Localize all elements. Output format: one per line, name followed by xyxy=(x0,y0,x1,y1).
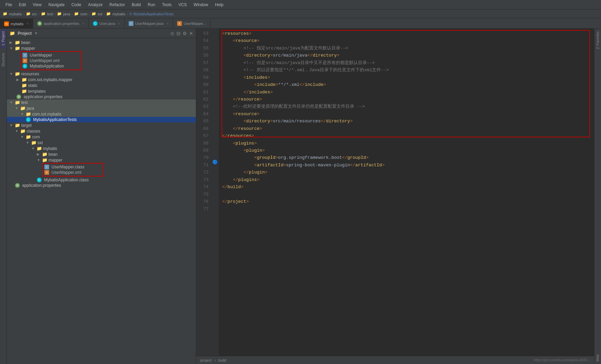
sidebar-label-project[interactable]: 1: Project xyxy=(1,29,6,48)
tree-item-bean2[interactable]: ▶ 📁 bean xyxy=(7,151,196,157)
tab-props-close[interactable]: × xyxy=(82,22,84,26)
code-line-60: ____________<include>**/*.xml</include> xyxy=(222,81,591,88)
folder-mybatis2-icon: 📁 xyxy=(37,146,42,151)
panel-dropdown[interactable]: ▼ xyxy=(34,31,38,35)
menu-refactor[interactable]: Refactor xyxy=(107,2,128,8)
menu-tools[interactable]: Tools xyxy=(159,2,174,8)
code-content[interactable]: <resources> ____<resource> ________<!-- … xyxy=(219,29,594,356)
tree-item-mapper2[interactable]: ▼ 📁 mapper xyxy=(7,157,196,163)
folder-bean2-icon: 📁 xyxy=(42,152,47,157)
tree-item-com-sxt-mybatis[interactable]: ▼ 📁 com.sxt.mybatis xyxy=(7,111,196,117)
tree-item-sxt2[interactable]: ▼ 📁 sxt xyxy=(7,140,196,146)
breadcrumb-mybatis2[interactable]: mybatis xyxy=(112,12,125,16)
menu-file[interactable]: File xyxy=(3,2,15,8)
code-line-69: ________<plugin> xyxy=(222,147,591,154)
code-line-73: ____</plugins> xyxy=(222,176,591,183)
breadcrumb-class[interactable]: MybatisApplicationTests xyxy=(133,12,173,16)
tab-mybatis-icon: m xyxy=(4,21,9,26)
tab-mybatis[interactable]: m mybatis × xyxy=(0,19,33,28)
mybatisapp-icon: C xyxy=(23,64,27,69)
tab-usermapper-xml[interactable]: X UserMappe... xyxy=(173,19,211,28)
tree-label-java: java xyxy=(27,106,34,111)
breadcrumb-sxt[interactable]: sxt xyxy=(98,12,102,16)
tab-mapper-icon: I xyxy=(129,21,133,26)
tree-item-mybatis2[interactable]: ▼ 📁 mybatis xyxy=(7,146,196,151)
status-sep: › xyxy=(214,358,216,362)
breadcrumb-mybatis[interactable]: mybatis xyxy=(9,12,22,16)
panel-icon-locate[interactable]: ⊙ xyxy=(170,31,174,36)
folder-comsxt2-icon: 📁 xyxy=(26,111,31,117)
code-line-55: ________<!-- 指定src/main/java为配置文件默认目录--> xyxy=(222,45,591,52)
tree-item-test[interactable]: ▼ 📁 test xyxy=(7,100,196,105)
tab-mybatis-close[interactable]: × xyxy=(27,22,29,26)
tab-user-close[interactable]: × xyxy=(118,22,120,26)
tree-item-static[interactable]: 📁 static xyxy=(7,82,196,88)
tree-item-app-props[interactable]: ⚙ application.properties xyxy=(7,94,196,100)
code-line-76: </project> xyxy=(222,198,591,205)
tree-item-classes[interactable]: ▼ 📁 classes xyxy=(7,128,196,134)
tree-item-bean[interactable]: ▶ 📁 bean xyxy=(7,40,196,45)
tab-mapper-label: UserMapper.java xyxy=(135,21,163,26)
tree-label-test: test xyxy=(21,100,28,105)
web-label[interactable]: Web xyxy=(595,352,600,364)
panel-icon-collapse[interactable]: ⊟ xyxy=(176,31,181,36)
tab-usermapper-java[interactable]: I UserMapper.java × xyxy=(125,19,173,28)
tree-item-appprops2[interactable]: ⚙ application.properties xyxy=(7,183,196,188)
apptests-icon: C xyxy=(26,117,31,122)
project-panel: 📁 Project ▼ ⊙ ⊟ ⚙ ✕ ▶ 📁 bean ▼ 📁 mapper xyxy=(7,29,196,364)
tree-item-usermapperclass[interactable]: I UserMapper.class xyxy=(44,164,102,170)
tree-item-mybatisappclass[interactable]: C MybatisApplication.class xyxy=(7,177,196,183)
breadcrumb-com[interactable]: com xyxy=(80,12,87,16)
red-box-mapper2: I UserMapper.class X UserMapper.xml xyxy=(42,163,104,177)
tree-item-com-sxt[interactable]: ▶ 📁 com.sxt.mybatis.mapper xyxy=(7,77,196,82)
tree-item-usermapper-xml[interactable]: X UserMapper.xml xyxy=(23,58,80,63)
tree-label-usermapperclass: UserMapper.class xyxy=(52,165,84,169)
mybatisappclass-icon: C xyxy=(37,178,42,182)
panel-icon-close[interactable]: ✕ xyxy=(189,31,193,36)
folder-com2-icon: 📁 xyxy=(26,134,31,139)
menu-run[interactable]: Run xyxy=(145,2,158,8)
tree-item-usermapperxml2[interactable]: X UserMapper.xml xyxy=(44,170,102,175)
tree-item-mapper[interactable]: ▼ 📁 mapper xyxy=(7,45,196,51)
tree-item-templates[interactable]: 📁 templates xyxy=(7,88,196,94)
menu-window[interactable]: Window xyxy=(191,2,211,8)
menu-vcs[interactable]: VCS xyxy=(176,2,190,8)
tree-item-java[interactable]: ▼ 📁 java xyxy=(7,105,196,111)
menu-build[interactable]: Build xyxy=(129,2,144,8)
menu-code[interactable]: Code xyxy=(69,2,84,8)
menu-edit[interactable]: Edit xyxy=(16,2,29,8)
tree-label-comsxt2: com.sxt.mybatis xyxy=(32,112,61,117)
menu-analyze[interactable]: Analyze xyxy=(85,2,105,8)
sidebar-label-structure[interactable]: Structure xyxy=(1,50,6,70)
left-sidebar-labels: 1: Project Structure xyxy=(0,29,7,364)
tab-mapper-close[interactable]: × xyxy=(167,22,169,26)
status-url: https://pics.pexels.com/admin-0930... xyxy=(534,358,590,362)
favorites-label[interactable]: 2: Favorites xyxy=(595,29,600,52)
menu-help[interactable]: Help xyxy=(212,2,226,8)
menu-navigate[interactable]: Navigate xyxy=(46,2,67,8)
tab-application-properties[interactable]: ⚙ application.properties × xyxy=(33,19,89,28)
code-line-68: ____<plugins> xyxy=(222,140,591,147)
gutter: 🔵 xyxy=(211,29,219,356)
folder-bean-icon: 📁 xyxy=(15,40,20,45)
tree-item-com2[interactable]: ▼ 📁 com xyxy=(7,134,196,140)
right-sidebar: 2: Favorites Web xyxy=(594,29,601,364)
tree-item-mybatisapp[interactable]: C MybatisApplication xyxy=(23,63,80,69)
breadcrumb-src[interactable]: src xyxy=(32,12,37,16)
tree-item-mybatisapptests[interactable]: C MybatisApplicationTests xyxy=(7,117,196,122)
menu-view[interactable]: View xyxy=(30,2,44,8)
breadcrumb-java[interactable]: java xyxy=(63,12,70,16)
folder-java-icon: 📁 xyxy=(20,106,26,111)
code-editor: 5354555657585960616263646566676869707172… xyxy=(196,29,594,364)
breadcrumb-test[interactable]: test xyxy=(47,12,53,16)
panel-title: Project xyxy=(18,31,32,36)
status-section: build xyxy=(218,358,226,362)
tree-item-resources[interactable]: ▼ 📁 resources xyxy=(7,71,196,77)
folder-templates-icon: 📁 xyxy=(22,89,27,94)
tree-item-target[interactable]: ▼ 📁 target xyxy=(7,122,196,128)
panel-icon-gear[interactable]: ⚙ xyxy=(183,31,187,36)
tab-user-java[interactable]: C User.java × xyxy=(89,19,125,28)
code-line-77 xyxy=(222,206,591,213)
tree-item-usermapper[interactable]: I UserMapper xyxy=(23,52,80,58)
tab-user-icon: C xyxy=(93,21,98,26)
